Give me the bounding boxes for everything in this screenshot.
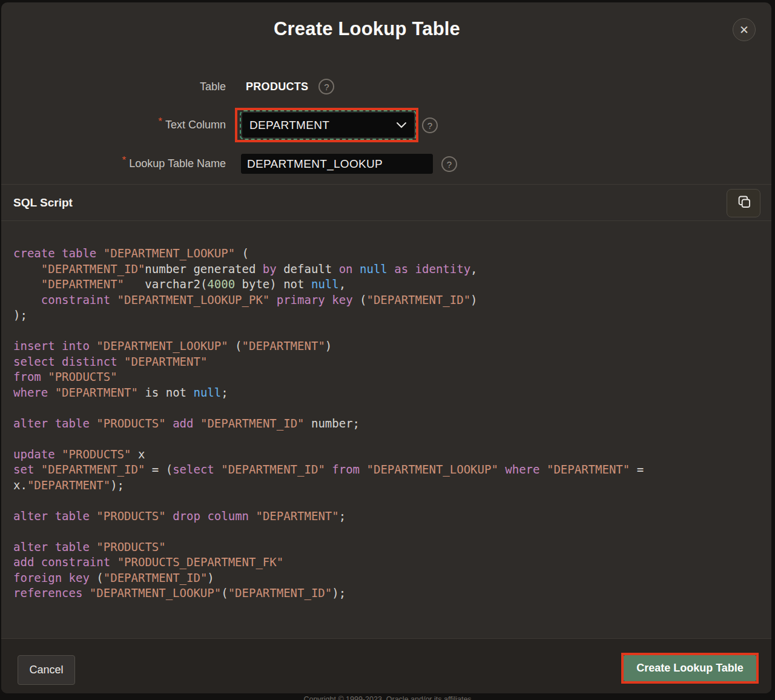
text-column-select[interactable]: DEPARTMENT [242, 113, 414, 137]
close-icon: ✕ [739, 23, 749, 37]
cancel-button[interactable]: Cancel [18, 655, 75, 685]
copy-icon [736, 194, 752, 213]
help-icon[interactable]: ? [318, 79, 334, 94]
text-column-label-wrap: *Text Column [1, 113, 226, 137]
question-mark-glyph: ? [447, 159, 452, 170]
create-lookup-table-button[interactable]: Create Lookup Table [624, 655, 756, 681]
help-icon[interactable]: ? [422, 117, 438, 133]
text-column-selected-value: DEPARTMENT [249, 119, 329, 132]
question-mark-glyph: ? [427, 121, 432, 131]
question-mark-glyph: ? [324, 82, 329, 92]
sql-script-header: SQL Script [1, 184, 771, 221]
required-marker: * [122, 154, 127, 166]
copy-button[interactable] [727, 189, 760, 217]
sql-code: create table "DEPARTMENT_LOOKUP" ( "DEPA… [13, 246, 644, 601]
dialog-footer: Cancel Create Lookup Table [1, 638, 771, 693]
text-column-label: Text Column [165, 119, 226, 131]
required-marker: * [158, 116, 162, 127]
help-icon[interactable]: ? [441, 156, 457, 172]
lookup-table-name-input[interactable] [241, 154, 433, 174]
create-lookup-table-dialog: Create Lookup Table ✕ Table PRODUCTS ? *… [1, 2, 771, 693]
table-row: Table PRODUCTS ? [1, 76, 334, 97]
chevron-down-icon [396, 122, 407, 129]
table-label: Table [1, 81, 226, 93]
dialog-title: Create Lookup Table [1, 18, 733, 40]
lookup-name-label: Lookup Table Name [129, 157, 226, 170]
page-copyright-clipped: Copyright © 1999-2023, Oracle and/or its… [0, 695, 775, 700]
close-button[interactable]: ✕ [733, 18, 756, 41]
lookup-name-label-wrap: *Lookup Table Name [1, 154, 226, 174]
table-value: PRODUCTS [246, 81, 308, 93]
sql-script-title: SQL Script [13, 196, 73, 210]
